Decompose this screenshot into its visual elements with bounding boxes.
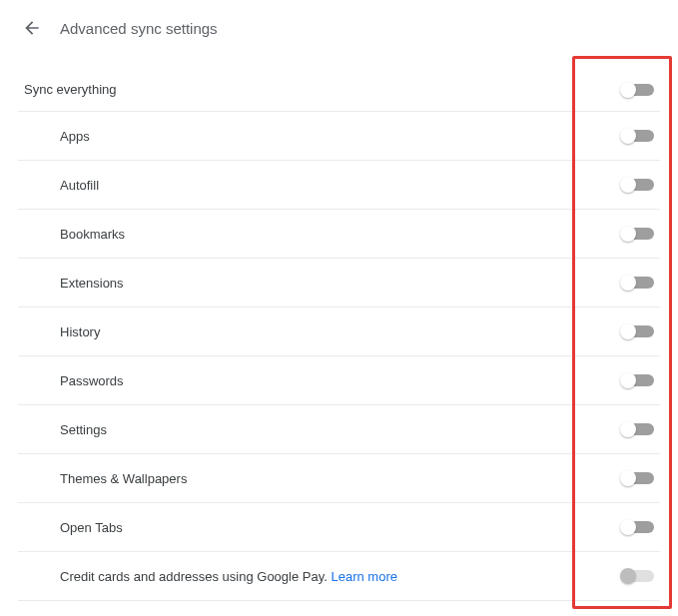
- toggle-sync-everything[interactable]: [622, 84, 654, 96]
- row-autofill: Autofill: [18, 161, 660, 210]
- learn-more-link[interactable]: Learn more: [331, 569, 396, 584]
- toggle-passwords[interactable]: [622, 374, 654, 386]
- toggle-settings[interactable]: [622, 423, 654, 435]
- toggle-open-tabs[interactable]: [622, 521, 654, 533]
- row-open-tabs: Open Tabs: [18, 503, 660, 552]
- row-history: History: [18, 308, 660, 356]
- toggle-bookmarks[interactable]: [622, 228, 654, 240]
- row-apps: Apps: [18, 112, 660, 161]
- toggle-apps[interactable]: [622, 130, 654, 142]
- history-label: History: [18, 324, 100, 339]
- row-bookmarks: Bookmarks: [18, 210, 660, 259]
- row-extensions: Extensions: [18, 259, 660, 308]
- apps-label: Apps: [18, 129, 90, 144]
- toggle-autofill[interactable]: [622, 179, 654, 191]
- bookmarks-label: Bookmarks: [18, 227, 125, 242]
- row-settings: Settings: [18, 405, 660, 454]
- toggle-extensions[interactable]: [622, 277, 654, 289]
- extensions-label: Extensions: [18, 276, 124, 291]
- open-tabs-label: Open Tabs: [18, 520, 123, 535]
- settings-content: Sync everything Apps Autofill Bookmarks …: [0, 56, 678, 601]
- page-header: Advanced sync settings: [0, 0, 678, 56]
- row-sync-everything: Sync everything: [18, 56, 660, 112]
- toggle-themes-wallpapers[interactable]: [622, 472, 654, 484]
- page-title: Advanced sync settings: [60, 20, 218, 37]
- credit-cards-label-text: Credit cards and addresses using Google …: [60, 569, 331, 584]
- autofill-label: Autofill: [18, 178, 99, 193]
- toggle-history[interactable]: [622, 325, 654, 337]
- themes-wallpapers-label: Themes & Wallpapers: [18, 471, 187, 486]
- row-themes-wallpapers: Themes & Wallpapers: [18, 454, 660, 503]
- sync-everything-label: Sync everything: [18, 82, 117, 97]
- row-credit-cards: Credit cards and addresses using Google …: [18, 552, 660, 601]
- credit-cards-label: Credit cards and addresses using Google …: [18, 569, 397, 584]
- back-arrow-icon[interactable]: [22, 18, 42, 38]
- toggle-credit-cards: [622, 570, 654, 582]
- settings-label: Settings: [18, 422, 107, 437]
- passwords-label: Passwords: [18, 373, 124, 388]
- row-passwords: Passwords: [18, 356, 660, 405]
